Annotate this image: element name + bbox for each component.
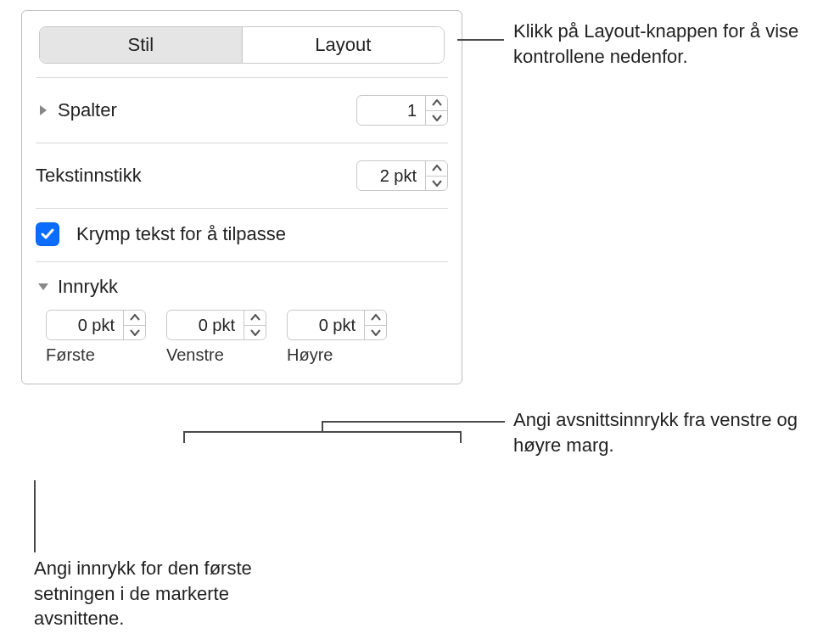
stepper-down-icon[interactable] [244, 325, 266, 340]
stepper-up-icon[interactable] [426, 161, 447, 176]
textinset-stepper[interactable]: 2 pkt [356, 160, 448, 191]
columns-row: Spalter 1 [22, 78, 462, 143]
stepper-down-icon[interactable] [124, 325, 145, 340]
chevron-down-icon[interactable] [36, 282, 51, 292]
indent-right-label: Høyre [287, 345, 333, 365]
lead-line [457, 39, 504, 41]
columns-stepper[interactable]: 1 [356, 95, 448, 126]
indent-first-label: Første [46, 345, 95, 365]
indent-header: Innrykk [22, 262, 462, 306]
callout-layout: Klikk på Layout-knappen for å vise kontr… [513, 19, 827, 69]
indent-right-col: 0 pkt Høyre [287, 310, 387, 365]
shrink-checkbox[interactable] [36, 222, 59, 246]
textinset-row: Tekstinnstikk 2 pkt [22, 143, 462, 208]
columns-value[interactable]: 1 [357, 96, 425, 125]
indent-first-col: 0 pkt Første [46, 310, 146, 365]
textinset-value[interactable]: 2 pkt [357, 161, 425, 190]
stepper-up-icon[interactable] [365, 311, 386, 325]
stepper-up-icon[interactable] [244, 311, 266, 325]
tab-bar: Stil Layout [39, 26, 445, 64]
indent-first-value[interactable]: 0 pkt [47, 311, 123, 339]
indent-left-stepper[interactable]: 0 pkt [166, 310, 266, 340]
columns-label: Spalter [58, 99, 117, 121]
tab-style[interactable]: Stil [40, 27, 242, 63]
stepper-down-icon[interactable] [426, 176, 447, 191]
lead-line [322, 421, 505, 423]
stepper-down-icon[interactable] [426, 110, 447, 126]
chevron-right-icon[interactable] [36, 104, 51, 116]
indent-heading: Innrykk [58, 276, 118, 298]
indent-left-label: Venstre [166, 345, 224, 365]
indent-left-value[interactable]: 0 pkt [167, 311, 244, 339]
lead-line [34, 480, 36, 552]
indent-left-col: 0 pkt Venstre [166, 310, 266, 365]
layout-panel: Stil Layout Spalter 1 Tekstinnstikk [21, 10, 462, 384]
stepper-down-icon[interactable] [365, 325, 386, 340]
callout-margins: Angi avsnittsinnrykk fra venstre og høyr… [513, 407, 827, 457]
indent-right-stepper[interactable]: 0 pkt [287, 310, 387, 340]
shrink-label: Krymp tekst for å tilpasse [76, 223, 286, 245]
stepper-up-icon[interactable] [124, 311, 145, 325]
bracket-icon [183, 431, 462, 443]
indent-controls: 0 pkt Første 0 pkt Venstre 0 pkt [22, 306, 462, 365]
shrink-row: Krymp tekst for å tilpasse [22, 209, 462, 261]
callout-first: Angi innrykk for den første setningen i … [34, 556, 288, 631]
indent-first-stepper[interactable]: 0 pkt [46, 310, 146, 340]
indent-right-value[interactable]: 0 pkt [288, 311, 364, 339]
stepper-up-icon[interactable] [426, 96, 447, 110]
textinset-label: Tekstinnstikk [36, 165, 142, 187]
tab-layout[interactable]: Layout [242, 27, 445, 63]
